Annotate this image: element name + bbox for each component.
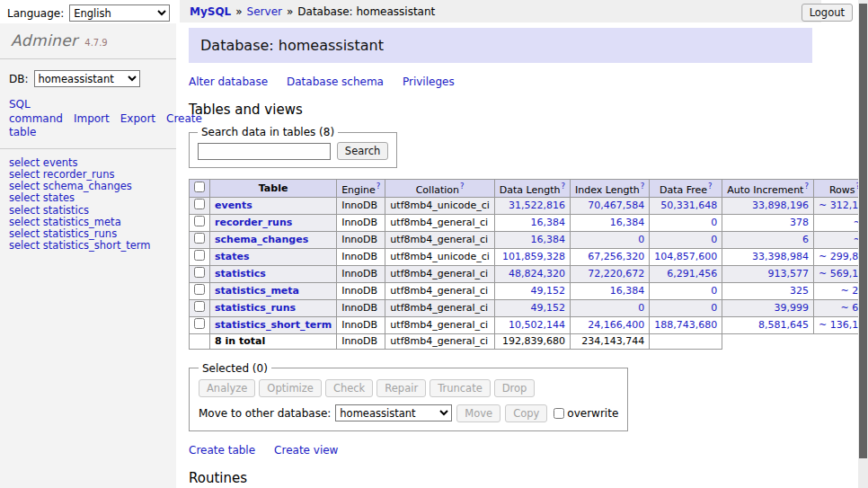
- adminer-logo-link[interactable]: Adminer 4.7.9: [11, 31, 108, 49]
- help-link[interactable]: ?: [562, 182, 566, 191]
- select-all-checkbox[interactable]: [194, 182, 205, 192]
- data-length-link[interactable]: 16,384: [531, 234, 566, 245]
- data-length-link[interactable]: 10,502,144: [509, 319, 565, 331]
- table-structure-link[interactable]: states: [43, 191, 75, 204]
- select-data-link[interactable]: select: [9, 180, 40, 192]
- data-length-link[interactable]: 31,522,816: [509, 200, 565, 211]
- row-checkbox[interactable]: [194, 267, 205, 278]
- operation-button[interactable]: Analyze: [199, 379, 255, 397]
- operation-button[interactable]: Repair: [376, 379, 426, 397]
- create-link[interactable]: Create table: [189, 444, 255, 457]
- data-free-cell: 0: [650, 299, 722, 316]
- data-length-link[interactable]: 49,152: [531, 285, 566, 297]
- table-structure-link[interactable]: statistics: [43, 204, 89, 217]
- row-checkbox[interactable]: [194, 301, 205, 312]
- auto-increment-link[interactable]: 378: [790, 217, 809, 228]
- language-select[interactable]: English: [69, 4, 170, 22]
- select-data-link[interactable]: select: [9, 168, 40, 181]
- auto-increment-link[interactable]: 913,577: [767, 268, 809, 279]
- db-nav-link[interactable]: Database schema: [287, 75, 384, 88]
- operation-button[interactable]: Drop: [494, 379, 536, 397]
- row-checkbox[interactable]: [194, 199, 205, 209]
- sidebar-action-link[interactable]: Export: [120, 112, 155, 125]
- data-free-link[interactable]: 0: [711, 285, 717, 297]
- index-length-link[interactable]: 67,256,320: [588, 251, 644, 262]
- data-free-link[interactable]: 0: [711, 217, 717, 228]
- overwrite-checkbox[interactable]: [554, 408, 564, 419]
- index-length-link[interactable]: 24,166,400: [588, 319, 644, 331]
- select-data-link[interactable]: select: [9, 204, 40, 217]
- row-checkbox[interactable]: [194, 233, 205, 244]
- data-length-link[interactable]: 49,152: [531, 302, 566, 314]
- create-link[interactable]: Create view: [274, 444, 338, 457]
- select-data-link[interactable]: select: [9, 227, 40, 240]
- select-data-link[interactable]: select: [9, 156, 40, 169]
- select-data-link[interactable]: select: [9, 239, 40, 252]
- table-name-link[interactable]: statistics: [215, 268, 266, 279]
- data-free-link[interactable]: 188,743,680: [654, 319, 717, 331]
- logout-button[interactable]: Logout: [802, 4, 853, 22]
- index-length-link[interactable]: 70,467,584: [588, 200, 644, 211]
- table-name-link[interactable]: states: [215, 251, 250, 262]
- index-length-link[interactable]: 72,220,672: [588, 268, 644, 279]
- data-free-link[interactable]: 50,331,648: [660, 200, 717, 211]
- copy-button[interactable]: Copy: [505, 404, 547, 422]
- data-free-link[interactable]: 0: [711, 234, 717, 245]
- db-select[interactable]: homeassistant: [34, 70, 140, 87]
- move-button[interactable]: Move: [456, 404, 500, 422]
- data-length-link[interactable]: 48,824,320: [509, 268, 565, 279]
- table-name-link[interactable]: statistics_runs: [215, 302, 296, 314]
- select-data-link[interactable]: select: [9, 216, 40, 228]
- auto-increment-link[interactable]: 6: [802, 234, 809, 245]
- operation-button[interactable]: Optimize: [259, 379, 322, 397]
- operation-button[interactable]: Truncate: [430, 379, 491, 397]
- breadcrumb-mysql-link[interactable]: MySQL: [190, 5, 231, 18]
- table-structure-link[interactable]: schema_changes: [43, 180, 132, 192]
- index-length-link[interactable]: 16,384: [610, 217, 645, 228]
- table-structure-link[interactable]: events: [43, 156, 78, 169]
- db-nav-link[interactable]: Privileges: [403, 75, 455, 88]
- row-checkbox[interactable]: [194, 216, 205, 226]
- move-db-select[interactable]: homeassistant: [335, 404, 452, 421]
- data-free-link[interactable]: 0: [711, 302, 717, 314]
- auto-increment-link[interactable]: 8,581,645: [758, 319, 809, 331]
- help-link[interactable]: ?: [708, 182, 713, 191]
- help-link[interactable]: ?: [641, 182, 645, 191]
- table-name-link[interactable]: recorder_runs: [215, 217, 292, 228]
- row-checkbox[interactable]: [194, 284, 205, 295]
- index-length-link[interactable]: 16,384: [610, 285, 645, 297]
- data-free-link[interactable]: 6,291,456: [667, 268, 717, 279]
- auto-increment-link[interactable]: 33,398,984: [752, 251, 809, 262]
- search-input[interactable]: [198, 143, 331, 160]
- table-structure-link[interactable]: statistics_meta: [43, 216, 121, 228]
- index-length-link[interactable]: 0: [638, 234, 644, 245]
- table-structure-link[interactable]: statistics_short_term: [43, 239, 151, 252]
- data-length-link[interactable]: 101,859,328: [502, 251, 565, 262]
- sidebar-action-link[interactable]: Import: [74, 112, 110, 125]
- select-data-link[interactable]: select: [9, 191, 40, 204]
- table-name-link[interactable]: events: [215, 200, 252, 211]
- auto-increment-link[interactable]: 33,898,196: [752, 200, 809, 211]
- table-structure-link[interactable]: recorder_runs: [43, 168, 115, 181]
- table-name-link[interactable]: statistics_short_term: [215, 319, 332, 331]
- table-structure-link[interactable]: statistics_runs: [43, 227, 117, 240]
- help-link[interactable]: ?: [376, 182, 381, 191]
- table-name-link[interactable]: statistics_meta: [215, 285, 299, 297]
- auto-increment-link[interactable]: 39,999: [774, 302, 809, 314]
- breadcrumb-server-link[interactable]: Server: [247, 5, 282, 18]
- data-length-link[interactable]: 16,384: [531, 217, 566, 228]
- auto-increment-link[interactable]: 325: [790, 285, 809, 297]
- operation-button[interactable]: Check: [325, 379, 373, 397]
- sidebar-action-link[interactable]: SQL command: [9, 98, 63, 125]
- search-button[interactable]: Search: [337, 142, 389, 160]
- vertical-scrollbar[interactable]: [858, 0, 868, 488]
- help-link[interactable]: ?: [460, 182, 465, 191]
- index-length-link[interactable]: 0: [638, 302, 644, 314]
- row-checkbox[interactable]: [194, 250, 205, 261]
- help-link[interactable]: ?: [804, 182, 809, 191]
- scrollbar-thumb[interactable]: [859, 4, 867, 458]
- data-free-link[interactable]: 104,857,600: [654, 251, 717, 262]
- row-checkbox[interactable]: [194, 318, 205, 329]
- table-name-link[interactable]: schema_changes: [215, 234, 308, 245]
- db-nav-link[interactable]: Alter database: [189, 75, 268, 88]
